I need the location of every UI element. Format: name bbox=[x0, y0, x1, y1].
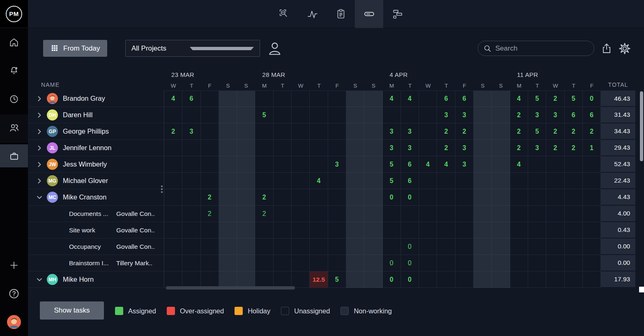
day-cell[interactable] bbox=[546, 173, 564, 189]
search-input[interactable] bbox=[495, 44, 577, 53]
day-cell[interactable] bbox=[510, 173, 528, 189]
day-cell[interactable] bbox=[328, 123, 346, 140]
day-cell[interactable] bbox=[201, 123, 219, 140]
sidebar-item-home[interactable] bbox=[0, 31, 28, 54]
day-cell[interactable] bbox=[164, 222, 182, 239]
day-cell[interactable] bbox=[328, 222, 346, 239]
day-cell[interactable]: 3 bbox=[401, 123, 419, 140]
sidebar-item-profile[interactable] bbox=[0, 311, 28, 334]
day-cell[interactable]: 4 bbox=[401, 90, 419, 107]
day-cell[interactable] bbox=[182, 173, 200, 189]
day-cell[interactable] bbox=[546, 222, 564, 239]
tab-gantt[interactable] bbox=[383, 0, 412, 28]
day-cell[interactable] bbox=[583, 239, 601, 255]
day-cell[interactable] bbox=[274, 107, 292, 123]
day-cell[interactable] bbox=[292, 206, 310, 222]
day-cell[interactable]: 2 bbox=[164, 123, 182, 140]
day-cell[interactable] bbox=[292, 255, 310, 271]
day-cell[interactable] bbox=[510, 271, 528, 288]
day-cell[interactable]: 3 bbox=[546, 107, 564, 123]
day-cell[interactable] bbox=[219, 255, 237, 271]
day-cell[interactable] bbox=[492, 206, 510, 222]
expand-row-chevron[interactable] bbox=[36, 112, 47, 118]
day-cell[interactable]: 5 bbox=[528, 123, 546, 140]
project-filter-dropdown[interactable]: All Projects bbox=[125, 40, 260, 57]
day-cell[interactable] bbox=[237, 189, 255, 206]
day-cell[interactable] bbox=[546, 239, 564, 255]
day-cell[interactable] bbox=[546, 206, 564, 222]
day-cell[interactable] bbox=[546, 271, 564, 288]
day-cell[interactable] bbox=[219, 173, 237, 189]
from-today-button[interactable]: From Today bbox=[43, 40, 107, 57]
day-cell[interactable] bbox=[237, 206, 255, 222]
day-cell[interactable] bbox=[455, 189, 474, 206]
day-cell[interactable]: 2 bbox=[546, 140, 564, 156]
day-cell[interactable] bbox=[419, 173, 437, 189]
day-cell[interactable] bbox=[310, 90, 328, 107]
tab-activity[interactable] bbox=[298, 0, 327, 28]
day-cell[interactable]: 3 bbox=[383, 140, 401, 156]
day-cell[interactable] bbox=[255, 90, 273, 107]
day-cell[interactable] bbox=[583, 271, 601, 288]
day-cell[interactable] bbox=[237, 107, 255, 123]
day-cell[interactable] bbox=[364, 173, 382, 189]
day-cell[interactable] bbox=[310, 206, 328, 222]
day-cell[interactable] bbox=[310, 222, 328, 239]
day-cell[interactable] bbox=[164, 206, 182, 222]
day-cell[interactable] bbox=[546, 189, 564, 206]
day-cell[interactable] bbox=[255, 222, 273, 239]
day-cell[interactable] bbox=[237, 140, 255, 156]
day-cell[interactable] bbox=[492, 239, 510, 255]
day-cell[interactable] bbox=[383, 107, 401, 123]
day-cell[interactable] bbox=[292, 156, 310, 173]
tab-workload[interactable] bbox=[355, 0, 383, 28]
day-cell[interactable] bbox=[565, 271, 583, 288]
day-cell[interactable] bbox=[437, 255, 455, 271]
day-cell[interactable] bbox=[201, 173, 219, 189]
day-cell[interactable]: 2 bbox=[546, 123, 564, 140]
day-cell[interactable]: 4 bbox=[510, 90, 528, 107]
day-cell[interactable] bbox=[237, 156, 255, 173]
day-cell[interactable]: 4 bbox=[164, 90, 182, 107]
day-cell[interactable] bbox=[364, 140, 382, 156]
day-cell[interactable] bbox=[455, 206, 474, 222]
day-cell[interactable] bbox=[364, 255, 382, 271]
day-cell[interactable]: 3 bbox=[528, 107, 546, 123]
day-cell[interactable] bbox=[328, 206, 346, 222]
day-cell[interactable] bbox=[474, 271, 492, 288]
day-cell[interactable] bbox=[474, 107, 492, 123]
day-cell[interactable] bbox=[328, 255, 346, 271]
day-cell[interactable]: 2 bbox=[565, 140, 583, 156]
expand-row-chevron[interactable] bbox=[36, 178, 47, 184]
day-cell[interactable] bbox=[237, 255, 255, 271]
tab-report[interactable] bbox=[327, 0, 355, 28]
day-cell[interactable] bbox=[328, 140, 346, 156]
day-cell[interactable] bbox=[474, 173, 492, 189]
day-cell[interactable] bbox=[219, 271, 237, 288]
sidebar-item-add[interactable] bbox=[0, 254, 28, 277]
day-cell[interactable]: 3 bbox=[455, 107, 474, 123]
day-cell[interactable] bbox=[255, 173, 273, 189]
day-cell[interactable]: 3 bbox=[455, 156, 474, 173]
day-cell[interactable] bbox=[201, 90, 219, 107]
day-cell[interactable] bbox=[164, 173, 182, 189]
day-cell[interactable]: 5 bbox=[383, 173, 401, 189]
day-cell[interactable] bbox=[528, 206, 546, 222]
day-cell[interactable]: 2 bbox=[583, 123, 601, 140]
expand-row-chevron[interactable] bbox=[36, 161, 47, 168]
day-cell[interactable]: 4 bbox=[383, 90, 401, 107]
day-cell[interactable] bbox=[310, 156, 328, 173]
day-cell[interactable] bbox=[565, 222, 583, 239]
day-cell[interactable]: 3 bbox=[401, 140, 419, 156]
day-cell[interactable] bbox=[583, 206, 601, 222]
day-cell[interactable] bbox=[201, 255, 219, 271]
day-cell[interactable]: 2 bbox=[510, 107, 528, 123]
day-cell[interactable] bbox=[182, 255, 200, 271]
day-cell[interactable] bbox=[346, 222, 364, 239]
day-cell[interactable] bbox=[255, 140, 273, 156]
day-cell[interactable] bbox=[565, 239, 583, 255]
day-cell[interactable]: 2 bbox=[510, 140, 528, 156]
day-cell[interactable] bbox=[437, 173, 455, 189]
day-cell[interactable]: 3 bbox=[328, 156, 346, 173]
day-cell[interactable] bbox=[401, 222, 419, 239]
